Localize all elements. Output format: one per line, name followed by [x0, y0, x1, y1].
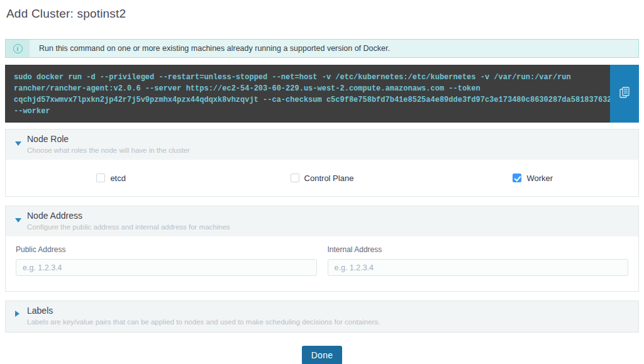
add-cluster-page: Add Cluster: spotinst2 Run this command …: [0, 0, 644, 364]
caret-down-icon[interactable]: [15, 141, 21, 146]
node-address-fields: Public Address Internal Address: [6, 236, 638, 291]
section-title: Labels: [27, 306, 631, 316]
docker-command-text: sudo docker run -d --privileged --restar…: [5, 65, 610, 123]
internal-address-input[interactable]: [328, 259, 629, 276]
role-option-worker: Worker: [428, 174, 638, 183]
page-title: Add Cluster: spotinst2: [5, 0, 639, 21]
worker-checkbox-label[interactable]: Worker: [526, 174, 553, 183]
footer: Done: [5, 346, 639, 364]
clipboard-icon: [619, 87, 630, 101]
caret-right-icon[interactable]: [15, 311, 19, 317]
public-address-input[interactable]: [16, 259, 317, 276]
labels-section: Labels Labels are key/value pairs that c…: [5, 301, 639, 333]
done-button[interactable]: Done: [302, 346, 343, 364]
copy-command-button[interactable]: [610, 65, 639, 123]
public-address-field-group: Public Address: [16, 245, 317, 276]
info-banner: Run this command on one or more existing…: [5, 39, 639, 58]
internal-address-label: Internal Address: [328, 245, 629, 254]
internal-address-field-group: Internal Address: [328, 245, 629, 276]
node-role-section: Node Role Choose what roles the node wil…: [5, 129, 639, 197]
info-banner-icon-cell: [6, 40, 30, 57]
node-address-section-header[interactable]: Node Address Configure the public addres…: [6, 206, 638, 236]
node-role-options: etcd Control Plane Worker: [6, 160, 638, 196]
node-address-section: Node Address Configure the public addres…: [5, 206, 639, 292]
role-option-control-plane: Control Plane: [216, 174, 427, 183]
public-address-label: Public Address: [16, 245, 317, 254]
control-plane-checkbox[interactable]: [291, 174, 299, 182]
docker-command-block: sudo docker run -d --privileged --restar…: [5, 65, 639, 123]
section-subtitle: Configure the public address and interna…: [27, 223, 631, 231]
section-title: Node Address: [27, 211, 631, 221]
etcd-checkbox-label[interactable]: etcd: [110, 174, 126, 183]
etcd-checkbox[interactable]: [96, 174, 105, 182]
section-subtitle: Labels are key/value pairs that can be a…: [27, 318, 631, 326]
labels-section-header[interactable]: Labels Labels are key/value pairs that c…: [6, 301, 638, 332]
info-icon: [13, 44, 23, 53]
role-option-etcd: etcd: [6, 174, 216, 183]
section-title: Node Role: [27, 134, 631, 144]
control-plane-checkbox-label[interactable]: Control Plane: [304, 174, 354, 183]
node-role-section-header[interactable]: Node Role Choose what roles the node wil…: [6, 130, 638, 160]
caret-down-icon[interactable]: [15, 218, 21, 223]
worker-checkbox[interactable]: [513, 174, 521, 182]
info-banner-text: Run this command on one or more existing…: [30, 40, 390, 57]
section-subtitle: Choose what roles the node will have in …: [27, 146, 631, 154]
